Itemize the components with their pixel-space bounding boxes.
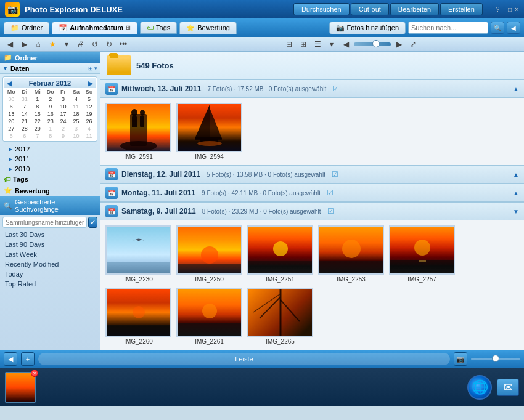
date-section-collapse-1[interactable]: ▲ — [513, 171, 519, 178]
sidebar-data-more[interactable]: ▾ — [94, 65, 97, 71]
saved-item-top-rated[interactable]: Top Rated — [0, 279, 100, 289]
folder-icon: 📁 — [10, 24, 19, 32]
action-rotate-right[interactable]: ↻ — [103, 39, 115, 50]
tab-tags[interactable]: 🏷 Tags — [140, 22, 177, 34]
status-btn-add[interactable]: + — [21, 352, 35, 366]
action-more[interactable]: ••• — [117, 39, 129, 50]
year-2011[interactable]: ▶ 2011 — [0, 154, 100, 164]
date-section-2[interactable]: 📅 Montag, 11. Juli 2011 9 Foto(s) · 42.1… — [100, 184, 524, 202]
photo-thumb-IMG_2250[interactable] — [176, 225, 242, 275]
sidebar-ordner-header: 📁 Ordner — [0, 52, 100, 63]
zoom-slider-thumb[interactable] — [492, 355, 499, 362]
saved-item-lastweek[interactable]: Last Week — [0, 249, 100, 259]
nav-btn-cutout[interactable]: Cut-out — [351, 3, 389, 15]
tab-ordner[interactable]: 📁 Ordner — [4, 22, 49, 34]
close-btn[interactable]: ✕ — [514, 6, 519, 13]
help-btn[interactable]: ? — [496, 6, 500, 13]
photo-item-IMG_2250[interactable]: IMG_2250 — [176, 225, 242, 283]
action-forward[interactable]: ▶ — [18, 39, 30, 50]
photo-thumb-IMG_2260[interactable] — [105, 288, 171, 337]
tab-bewertung[interactable]: ⭐ Bewertung — [179, 22, 237, 34]
photo-thumb-IMG_2253[interactable] — [318, 225, 384, 275]
view-grid[interactable]: ⊞ — [297, 39, 309, 50]
view-option[interactable]: ▾ — [325, 39, 338, 50]
photo-thumb-IMG_2265[interactable] — [247, 288, 313, 337]
calendar-grid: MoDiMiDoFrSaSo 30 31 12 345 67 89 101112… — [4, 88, 96, 140]
photo-item-IMG_2261[interactable]: IMG_2261 — [176, 288, 242, 345]
saved-item-last90[interactable]: Last 90 Days — [0, 240, 100, 249]
view-size-larger[interactable]: ▶ — [393, 39, 405, 50]
date-section-check-2[interactable]: ☑ — [327, 188, 334, 197]
tag-icon: 🏷 — [147, 24, 154, 31]
saved-item-recently-modified[interactable]: Recently Modified — [0, 259, 100, 269]
date-section-collapse-0[interactable]: ▲ — [513, 86, 519, 92]
photo-item-IMG_2594[interactable]: IMG_2594 — [176, 103, 242, 160]
add-photos-button[interactable]: 📷 Fotos hinzufügen — [329, 22, 406, 34]
mail-button[interactable]: ✉ — [497, 379, 519, 396]
action-print[interactable]: 🖨 — [75, 39, 87, 50]
view-list[interactable]: ⊟ — [283, 39, 295, 50]
date-section-check-3[interactable]: ☑ — [327, 207, 334, 216]
photo-thumb-IMG_2591[interactable] — [105, 103, 171, 152]
photo-thumb-IMG_2261[interactable] — [176, 288, 242, 337]
search-button[interactable]: 🔍 — [491, 22, 504, 34]
action-rotate-left[interactable]: ↺ — [89, 39, 101, 50]
view-fullscreen[interactable]: ⤢ — [407, 39, 419, 50]
calendar-next[interactable]: ▶ — [88, 80, 93, 87]
globe-button[interactable]: 🌐 — [467, 375, 492, 400]
search-input[interactable] — [408, 22, 488, 34]
photo-item-IMG_2257[interactable]: IMG_2257 — [389, 225, 455, 283]
sidebar-data-options[interactable]: ⊞ — [88, 65, 93, 71]
date-section-1[interactable]: 📅 Dienstag, 12. Juli 2011 5 Foto(s) · 13… — [100, 165, 524, 184]
date-section-3[interactable]: 📅 Samstag, 9. Juli 2011 8 Foto(s) · 23.2… — [100, 202, 524, 220]
zoom-slider-track[interactable] — [471, 358, 520, 360]
nav-btn-durchsuchen[interactable]: Durchsuchen — [293, 3, 350, 15]
action-home[interactable]: ⌂ — [32, 39, 44, 50]
action-dropdown[interactable]: ▾ — [60, 39, 73, 50]
action-star[interactable]: ★ — [46, 39, 59, 50]
app-logo: 📷 — [5, 2, 20, 17]
photo-thumb-IMG_2257[interactable] — [389, 225, 455, 275]
sidebar-bewertung[interactable]: ⭐ Bewertung — [0, 185, 100, 196]
sidebar-tags[interactable]: 🏷 Tags — [0, 174, 100, 185]
view-details[interactable]: ☰ — [311, 39, 324, 50]
status-btn-left[interactable]: ◀ — [4, 352, 17, 366]
action-back[interactable]: ◀ — [4, 39, 16, 50]
expand-daten-icon[interactable]: ▼ — [2, 65, 8, 71]
view-size-smaller[interactable]: ◀ — [340, 39, 352, 50]
sidebar: 📁 Ordner ▼ Daten ⊞ ▾ ◀ Februar 2012 ▶ Mo… — [0, 52, 100, 350]
calendar-prev[interactable]: ◀ — [7, 80, 12, 87]
photo-thumb-IMG_2230[interactable] — [105, 225, 171, 275]
photo-item-IMG_2265[interactable]: IMG_2265 — [247, 288, 313, 345]
saved-item-today[interactable]: Today — [0, 269, 100, 279]
date-section-check-0[interactable]: ☑ — [332, 84, 339, 93]
year-2012[interactable]: ▶ 2012 — [0, 144, 100, 154]
photo-item-IMG_2253[interactable]: IMG_2253 — [318, 225, 384, 283]
photo-item-IMG_2260[interactable]: IMG_2260 — [105, 288, 171, 345]
saved-item-last30[interactable]: Last 30 Days — [0, 230, 100, 240]
nav-btn-bearbeiten[interactable]: Bearbeiten — [390, 3, 439, 15]
preview-close-button[interactable]: ✕ — [31, 370, 38, 377]
minimize-btn[interactable]: – — [502, 6, 506, 13]
date-section-collapse-2[interactable]: ▲ — [513, 190, 519, 196]
photo-thumb-IMG_2594[interactable] — [176, 103, 242, 152]
svg-marker-6 — [195, 105, 210, 139]
svg-point-16 — [342, 240, 361, 258]
photo-item-IMG_2251[interactable]: IMG_2251 — [247, 225, 313, 283]
status-btn-camera[interactable]: 📷 — [454, 352, 467, 366]
search-advanced-button[interactable]: ◀ — [507, 22, 520, 34]
tab-aufnahmedatum[interactable]: 📅 Aufnahmedatum ⊞ — [52, 22, 137, 34]
nav-btn-erstellen[interactable]: Erstellen — [440, 3, 483, 15]
date-section-check-1[interactable]: ☑ — [332, 170, 338, 179]
photo-item-IMG_2230[interactable]: IMG_2230 — [105, 225, 171, 283]
zoom-slider[interactable] — [354, 42, 391, 46]
photo-thumb-IMG_2251[interactable] — [247, 225, 313, 275]
preview-thumbnail[interactable]: ✕ — [5, 372, 36, 403]
date-section-0[interactable]: 📅 Mittwoch, 13. Juli 2011 7 Foto(s) · 17… — [100, 79, 524, 98]
date-section-collapse-3[interactable]: ▼ — [513, 208, 519, 215]
saved-search-add-button[interactable]: ✓ — [88, 217, 97, 228]
maximize-btn[interactable]: □ — [508, 6, 512, 13]
saved-search-input[interactable] — [2, 217, 87, 228]
year-2010[interactable]: ▶ 2010 — [0, 164, 100, 174]
photo-item-IMG_2591[interactable]: IMG_2591 — [105, 103, 171, 160]
